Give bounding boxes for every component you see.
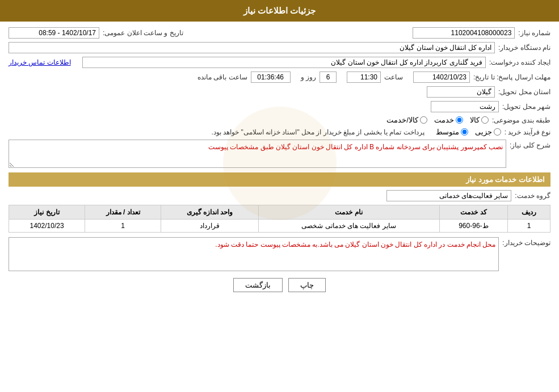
cell-nam_khadmat: سایر فعالیت های خدماتی شخصی [258,220,439,233]
mohlet-saat-value: 11:30 [347,71,381,83]
ijad-konande-label: ایجاد کننده درخواست: [489,58,550,66]
mohlet-maande-value: 01:36:46 [251,71,291,83]
row-sharh: شرح کلی نیاز: نصب کمپرسور پشتیبان برای س… [9,140,550,168]
row-ostan: استان محل تحویل: گیلان [9,86,550,98]
radio-kala-khadmat-label: کالا/خدمت [386,116,418,124]
row-tabaqe: طبقه بندی موضوعی: کالا خدمت کالا/خدمت [9,116,550,124]
radio-jozii-label: جزیی [475,128,492,136]
cell-vahed: قرارداد [161,220,259,233]
col-kod: کد خدمت [439,205,508,220]
shomara-value: 1102004108000023 [413,27,515,39]
page-header: جزئیات اطلاعات نیاز [0,0,559,22]
service-section-title: اطلاعات خدمات مورد نیاز [9,172,550,187]
radio-kala-khadmat[interactable]: کالا/خدمت [386,116,427,124]
row-grooh-khadmat: گروه خدمت: سایر فعالیت‌های خدماتی [9,190,550,201]
sharh-textarea[interactable]: نصب کمپرسور پشتیبان برای سردخانه شماره B… [9,140,506,168]
col-radif: ردیف [508,205,550,220]
row-nooe-farayand: نوع فرآیند خرید : جزیی متوسط پرداخت تمام… [9,128,550,136]
tabaqe-label: طبقه بندی موضوعی: [492,116,550,124]
tarikh-label: تاریخ و ساعت اعلان عمومی: [103,29,183,37]
mohlet-rooz-value: 6 [320,71,337,83]
mohlet-rooz-label: روز و [301,73,316,81]
page-container: جزئیات اطلاعات نیاز شماره نیاز: 11020041… [0,0,559,392]
mohlet-saat-label: ساعت [384,73,403,81]
row-tawzih: توضیحات خریدار: [9,237,550,271]
row-shomara: شماره نیاز: 1102004108000023 تاریخ و ساع… [9,27,550,39]
radio-khadmat-label: خدمت [434,116,454,124]
cell-radif: 1 [508,220,550,233]
nooe-farayand-label: نوع فرآیند خرید : [505,128,550,136]
mohlet-maande-label: ساعت باقی مانده [197,73,247,81]
radio-mottavasset-label: متوسط [436,128,459,136]
cell-tedad: 1 [85,220,161,233]
ostan-value: گیلان [427,86,495,98]
nooe-farayand-radio-group: جزیی متوسط [436,128,501,136]
cell-tarikh: 1402/10/23 [9,220,85,233]
ostan-label: استان محل تحویل: [498,88,550,96]
ijad-konande-value: فرید گلناری کاربرداز اداره کل انتقال خون… [82,57,486,68]
service-table: ردیف کد خدمت نام خدمت واحد اندازه گیری ت… [9,205,550,233]
row-ijad-konande: ایجاد کننده درخواست: فرید گلناری کاربردا… [9,57,550,68]
grooh-khadmat-value: سایر فعالیت‌های خدماتی [386,190,511,201]
nam-dastgah-value: اداره کل انتقال خون استان گیلان [9,42,495,53]
col-vahed: واحد اندازه گیری [161,205,259,220]
shahr-value: رشت [431,101,499,112]
sharh-label: شرح کلی نیاز: [510,141,550,149]
bottom-buttons: چاپ بازگشت [9,278,550,292]
radio-mottavasset[interactable]: متوسط [436,128,468,136]
back-button[interactable]: بازگشت [233,278,283,292]
grooh-khadmat-label: گروه خدمت: [515,192,550,200]
shahr-label: شهر محل تحویل: [502,103,550,111]
row-mohlet: مهلت ارسال پاسخ: تا تاریخ: 1402/10/23 سا… [9,71,550,83]
tabaqe-radio-group: کالا خدمت کالا/خدمت [386,116,489,124]
row-nam-dastgah: نام دستگاه خریدار: اداره کل انتقال خون ا… [9,42,550,53]
tawzih-textarea[interactable] [9,237,499,271]
radio-khadmat[interactable]: خدمت [434,116,463,124]
shomara-label: شماره نیاز: [518,29,550,37]
col-tedad: تعداد / مقدار [85,205,161,220]
ettelaat-tamas-link[interactable]: اطلاعات تماس خریدار [9,58,71,66]
row-shahr: شهر محل تحویل: رشت [9,101,550,112]
tarikh-value: 1402/10/17 - 08:59 [9,27,99,39]
table-row: 1ط-96-960سایر فعالیت های خدماتی شخصیقرار… [9,220,550,233]
content-area: شماره نیاز: 1102004108000023 تاریخ و ساع… [0,22,559,305]
mohlet-ersal-label: مهلت ارسال پاسخ: تا تاریخ: [473,73,550,81]
nam-dastgah-label: نام دستگاه خریدار: [498,44,550,52]
tawzih-label: توضیحات خریدار: [502,239,550,247]
page-title: جزئیات اطلاعات نیاز [243,6,316,15]
radio-kala[interactable]: کالا [470,116,489,124]
mohlet-date: 1402/10/23 [413,71,470,83]
col-nam: نام خدمت [258,205,439,220]
radio-jozii[interactable]: جزیی [475,128,501,136]
cell-kod_khadmat: ط-96-960 [439,220,508,233]
radio-kala-label: کالا [470,116,480,124]
print-button[interactable]: چاپ [288,278,326,292]
col-tarikh: تاریخ نیاز [9,205,85,220]
nooe-farayand-text: پرداخت تمام یا بخشی از مبلغ خریدار از مح… [211,128,424,136]
